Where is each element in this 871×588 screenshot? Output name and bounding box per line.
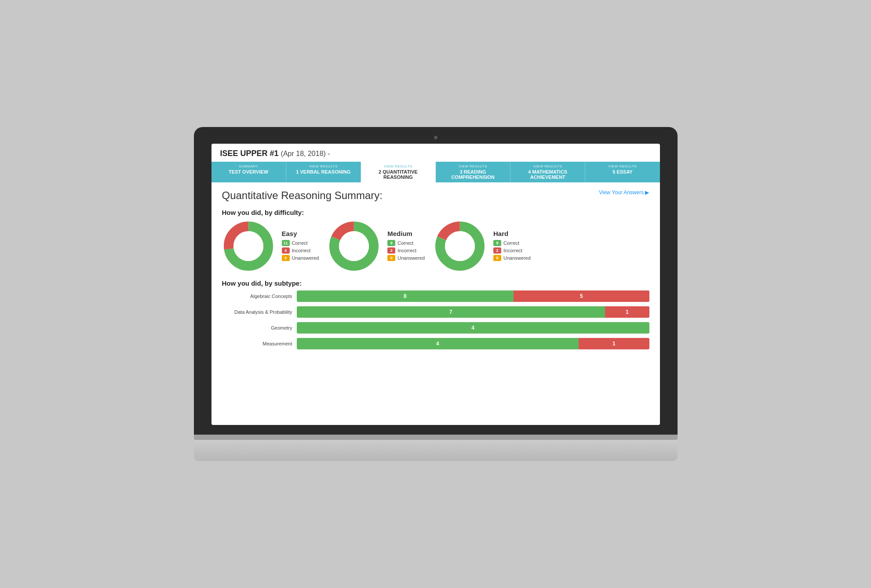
tab-quantitative-main: 2 QUANTITATIVE REASONING — [364, 169, 432, 180]
bar-data-incorrect: 1 — [605, 306, 649, 318]
subtype-row-geometry: Geometry 4 — [222, 322, 649, 334]
tab-reading-main: 3 READING COMPREHENSION — [439, 169, 507, 180]
easy-unanswered-badge: 0 — [282, 255, 290, 261]
hard-unanswered-label: Unanswered — [503, 255, 531, 261]
camera — [434, 136, 437, 139]
easy-incorrect-item: 4 Incorrect — [282, 247, 319, 254]
tab-summary-sub: SUMMARY — [215, 164, 282, 168]
bar-geometry: 4 — [297, 322, 649, 334]
bar-measurement-incorrect: 1 — [579, 338, 649, 349]
easy-legend: Easy 11 Correct 4 Incorrect 0 — [282, 230, 319, 262]
medium-legend: Medium 9 Correct 2 Incorrect 0 — [387, 230, 425, 262]
tab-summary-main: TEST OVERVIEW — [215, 169, 282, 174]
subtype-row-data: Data Analysis & Probability 7 1 — [222, 306, 649, 318]
tab-verbal[interactable]: VIEW RESULTS 1 VERBAL REASONING — [286, 162, 361, 182]
medium-unanswered-item: 0 Unanswered — [387, 255, 425, 261]
nav-tabs: SUMMARY TEST OVERVIEW VIEW RESULTS 1 VER… — [211, 162, 660, 182]
svg-point-8 — [445, 231, 475, 261]
bar-data-correct: 7 — [297, 306, 605, 318]
easy-correct-label: Correct — [292, 240, 308, 246]
tab-essay-sub: VIEW RESULTS — [589, 164, 656, 168]
svg-point-5 — [339, 231, 369, 261]
bar-data: 7 1 — [297, 306, 649, 318]
medium-correct-badge: 9 — [387, 240, 395, 246]
laptop-body: ISEE UPPER #1 (Apr 18, 2018) - SUMMARY T… — [194, 127, 678, 435]
medium-unanswered-badge: 0 — [387, 255, 395, 261]
subtype-label-algebraic: Algebraic Concepts — [222, 294, 292, 299]
easy-donut — [222, 220, 275, 272]
hard-chart-title: Hard — [493, 230, 531, 237]
tab-quantitative[interactable]: VIEW RESULTS 2 QUANTITATIVE REASONING — [361, 162, 436, 182]
laptop-base — [194, 435, 678, 461]
easy-incorrect-badge: 4 — [282, 247, 290, 254]
content-area: Quantitative Reasoning Summary: View You… — [211, 182, 660, 422]
medium-correct-item: 9 Correct — [387, 240, 425, 246]
medium-chart-group: Medium 9 Correct 2 Incorrect 0 — [328, 220, 425, 272]
tab-quantitative-sub: VIEW RESULTS — [364, 164, 432, 168]
easy-chart-title: Easy — [282, 230, 319, 237]
easy-unanswered-item: 0 Unanswered — [282, 255, 319, 261]
tab-math[interactable]: VIEW RESULTS 4 MATHEMATICS ACHIEVEMENT — [510, 162, 585, 182]
laptop-screen: ISEE UPPER #1 (Apr 18, 2018) - SUMMARY T… — [211, 144, 660, 425]
hard-correct-item: 9 Correct — [493, 240, 531, 246]
medium-correct-label: Correct — [397, 240, 413, 246]
bar-measurement: 4 1 — [297, 338, 649, 349]
test-date: (Apr 18, 2018) - — [281, 150, 330, 157]
subtype-section-title: How you did, by subtype: — [222, 279, 649, 287]
subtype-label-data: Data Analysis & Probability — [222, 309, 292, 315]
subtype-label-geometry: Geometry — [222, 325, 292, 330]
hard-legend: Hard 9 Correct 2 Incorrect 0 — [493, 230, 531, 262]
bar-algebraic-incorrect: 5 — [514, 290, 649, 302]
hard-correct-badge: 9 — [493, 240, 501, 246]
tab-math-main: 4 MATHEMATICS ACHIEVEMENT — [514, 169, 581, 180]
bar-geometry-correct: 4 — [297, 322, 649, 334]
view-answers-link[interactable]: View Your Answers ▶ — [599, 189, 649, 196]
medium-chart-title: Medium — [387, 230, 425, 237]
subtype-row-algebraic: Algebraic Concepts 8 5 — [222, 290, 649, 302]
hard-incorrect-label: Incorrect — [503, 248, 522, 253]
bar-algebraic-correct: 8 — [297, 290, 514, 302]
hard-unanswered-item: 0 Unanswered — [493, 255, 531, 261]
hard-chart-group: Hard 9 Correct 2 Incorrect 0 — [434, 220, 531, 272]
medium-unanswered-label: Unanswered — [397, 255, 425, 261]
easy-correct-badge: 11 — [282, 240, 290, 246]
medium-incorrect-label: Incorrect — [397, 248, 416, 253]
page-title: Quantitative Reasoning Summary: — [222, 189, 383, 202]
bar-measurement-correct: 4 — [297, 338, 579, 349]
subtype-section: Algebraic Concepts 8 5 Data Analysis — [222, 290, 649, 349]
bar-algebraic: 8 5 — [297, 290, 649, 302]
medium-incorrect-item: 2 Incorrect — [387, 247, 425, 254]
svg-point-2 — [233, 231, 263, 261]
easy-incorrect-label: Incorrect — [292, 248, 311, 253]
hard-unanswered-badge: 0 — [493, 255, 501, 261]
laptop-wrapper: ISEE UPPER #1 (Apr 18, 2018) - SUMMARY T… — [194, 127, 678, 461]
tab-essay-main: 5 ESSAY — [589, 169, 656, 174]
tab-math-sub: VIEW RESULTS — [514, 164, 581, 168]
subtype-label-measurement: Measurement — [222, 341, 292, 346]
medium-incorrect-badge: 2 — [387, 247, 395, 254]
test-name: ISEE UPPER #1 — [220, 149, 279, 158]
hard-incorrect-item: 2 Incorrect — [493, 247, 531, 254]
tab-summary[interactable]: SUMMARY TEST OVERVIEW — [211, 162, 286, 182]
difficulty-section-title: How you did, by difficulty: — [222, 209, 649, 216]
screen-header: ISEE UPPER #1 (Apr 18, 2018) - — [211, 144, 660, 158]
tab-essay[interactable]: VIEW RESULTS 5 ESSAY — [585, 162, 660, 182]
laptop-hinge — [194, 435, 678, 440]
charts-row: Easy 11 Correct 4 Incorrect 0 — [222, 220, 649, 272]
hard-donut — [434, 220, 486, 272]
tab-reading-sub: VIEW RESULTS — [439, 164, 507, 168]
easy-correct-item: 11 Correct — [282, 240, 319, 246]
easy-unanswered-label: Unanswered — [292, 255, 319, 261]
medium-donut — [328, 220, 380, 272]
screen-title: ISEE UPPER #1 (Apr 18, 2018) - — [220, 149, 651, 158]
tab-reading[interactable]: VIEW RESULTS 3 READING COMPREHENSION — [436, 162, 510, 182]
tab-verbal-sub: VIEW RESULTS — [290, 164, 357, 168]
easy-chart-group: Easy 11 Correct 4 Incorrect 0 — [222, 220, 319, 272]
hard-incorrect-badge: 2 — [493, 247, 501, 254]
tab-verbal-main: 1 VERBAL REASONING — [290, 169, 357, 174]
subtype-row-measurement: Measurement 4 1 — [222, 338, 649, 349]
hard-correct-label: Correct — [503, 240, 519, 246]
